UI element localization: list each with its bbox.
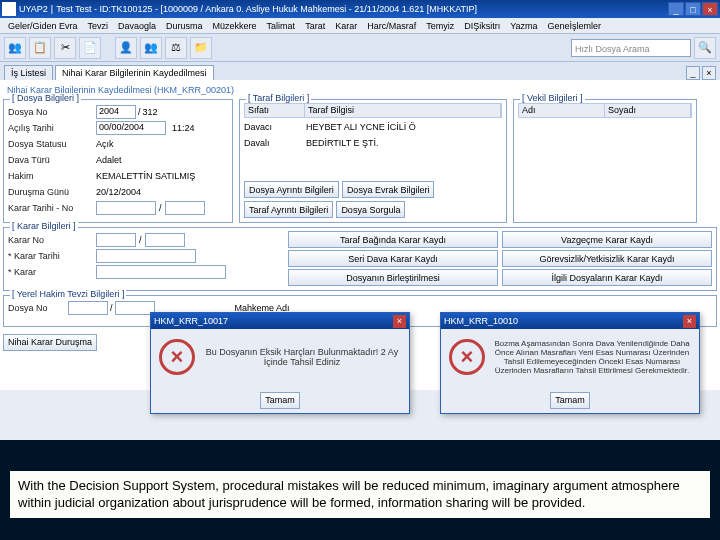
file-no-seq: 312	[143, 107, 228, 117]
toolbar-button[interactable]: ✂	[54, 37, 76, 59]
attorney-table-header: Adı Soyadı	[518, 103, 692, 118]
ok-button[interactable]: Tamam	[550, 392, 590, 409]
warning-dialog-2: HKM_KRR_10010× ×Bozma Aşamasından Sonra …	[440, 312, 700, 414]
merge-files-button[interactable]: Dosyanın Birleştirilmesi	[288, 269, 498, 286]
decision-no-field[interactable]	[96, 233, 136, 247]
menu-item[interactable]: Tevzi	[84, 21, 113, 31]
menu-item[interactable]: Yazma	[506, 21, 541, 31]
file-info-fieldset: [ Dosya Bilgileri ] Dosya No 2004 / 312 …	[3, 99, 233, 223]
decision-date-input[interactable]	[96, 201, 156, 215]
tab-work-list[interactable]: İş Listesi	[4, 65, 53, 80]
decision-no-field2[interactable]	[145, 233, 185, 247]
menu-item[interactable]: Geler/Giden Evra	[4, 21, 82, 31]
app-window: UYAP2 | Test Test - ID:TK100125 - [10000…	[0, 0, 720, 540]
menu-item[interactable]: Harc/Masraf	[363, 21, 420, 31]
court-name-label: Mahkeme Adı	[235, 303, 290, 313]
party-name: HEYBET ALI YCNE İCİLİ Ö	[306, 122, 502, 132]
tab-min-button[interactable]: _	[686, 66, 700, 80]
quick-search-input[interactable]: Hızlı Dosya Arama	[571, 39, 691, 57]
error-icon: ×	[449, 339, 485, 375]
incompetence-button[interactable]: Görevsizlik/Yetkisizlik Karar Kaydı	[502, 250, 712, 267]
toolbar-button[interactable]: 📋	[29, 37, 51, 59]
decision-date-no-label: Karar Tarihi - No	[8, 203, 96, 213]
file-docs-button[interactable]: Dosya Evrak Bilgileri	[342, 181, 435, 198]
party-role: Davacı	[244, 122, 306, 132]
file-no-year[interactable]: 2004	[96, 105, 136, 119]
decision-fieldset: [ Karar Bilgileri ] Karar No/ * Karar Ta…	[3, 227, 717, 291]
toolbar-button[interactable]: 📄	[79, 37, 101, 59]
window-title: Test Test - ID:TK100125 - [1000009 / Ank…	[56, 4, 668, 14]
toolbar-button[interactable]: 👤	[115, 37, 137, 59]
legend: [ Vekil Bilgileri ]	[520, 93, 585, 103]
party-name: BEDİRTILT E ŞTİ.	[306, 138, 502, 148]
minimize-button[interactable]: _	[668, 2, 684, 16]
search-button[interactable]: 🔍	[694, 37, 716, 59]
judge-value: KEMALETTİN SATILMIŞ	[96, 171, 228, 181]
open-time: 11:24	[172, 123, 228, 133]
hearing-date-value: 20/12/2004	[96, 187, 228, 197]
dialog-title: HKM_KRR_10017	[154, 316, 228, 326]
decision-label: * Karar	[8, 267, 96, 277]
col-name: Adı	[519, 104, 605, 117]
menu-item[interactable]: Tarat	[301, 21, 329, 31]
decision-select[interactable]	[96, 265, 226, 279]
status-value: Açık	[96, 139, 228, 149]
tevzi-file-no-1[interactable]	[68, 301, 108, 315]
related-files-button[interactable]: İlgili Dosyaların Karar Kaydı	[502, 269, 712, 286]
dialog-close-button[interactable]: ×	[683, 315, 696, 328]
status-label: Dosya Statusu	[8, 139, 96, 149]
tab-final-decision[interactable]: Nihai Karar Bilgilerinin Kaydedilmesi	[55, 65, 214, 80]
titlebar: UYAP2 | Test Test - ID:TK100125 - [10000…	[0, 0, 720, 18]
menu-item[interactable]: Temyiz	[422, 21, 458, 31]
decision-date-field[interactable]	[96, 249, 196, 263]
error-icon: ×	[159, 339, 195, 375]
hearing-date-label: Duruşma Günü	[8, 187, 96, 197]
maximize-button[interactable]: □	[685, 2, 701, 16]
menu-item[interactable]: DIŞiksitrı	[460, 21, 504, 31]
dialog-message: Bozma Aşamasından Sonra Dava Yenilendiği…	[493, 339, 691, 375]
col-role: Sıfatı	[245, 104, 305, 117]
file-detail-button[interactable]: Dosya Ayrıntı Bilgileri	[244, 181, 339, 198]
caption-text: With the Decision Support System, proced…	[10, 471, 710, 518]
menu-item[interactable]: Davaogla	[114, 21, 160, 31]
toolbar: 👥 📋 ✂ 📄 👤 👥 ⚖ 📁 Hızlı Dosya Arama 🔍	[0, 34, 720, 62]
app-icon	[2, 2, 16, 16]
withdraw-decision-button[interactable]: Vazgeçme Karar Kaydı	[502, 231, 712, 248]
party-table-header: Sıfatı Taraf Bilgisi	[244, 103, 502, 118]
dialog-message: Bu Dosyanın Eksik Harçları Bulunmaktadır…	[203, 347, 401, 367]
menu-item[interactable]: Müzekkere	[209, 21, 261, 31]
party-decision-button[interactable]: Taraf Bağında Karar Kaydı	[288, 231, 498, 248]
tevzi-file-no-2[interactable]	[115, 301, 155, 315]
warning-dialog-1: HKM_KRR_10017× ×Bu Dosyanın Eksik Harçla…	[150, 312, 410, 414]
content-area: Nihai Karar Bilgilerinin Kaydedilmesi (H…	[0, 80, 720, 390]
toolbar-button[interactable]: 👥	[140, 37, 162, 59]
dialog-close-button[interactable]: ×	[393, 315, 406, 328]
serial-case-button[interactable]: Seri Dava Karar Kaydı	[288, 250, 498, 267]
file-query-button[interactable]: Dosya Sorgula	[336, 201, 405, 218]
party-detail-button[interactable]: Taraf Ayrıntı Bilgileri	[244, 201, 333, 218]
toolbar-button[interactable]: 👥	[4, 37, 26, 59]
menu-item[interactable]: Karar	[331, 21, 361, 31]
tevzi-file-no-label: Dosya No	[8, 303, 68, 313]
open-date-label: Açılış Tarihi	[8, 123, 96, 133]
menubar: Geler/Giden Evra Tevzi Davaogla Durusma …	[0, 18, 720, 34]
case-type-label: Dava Türü	[8, 155, 96, 165]
menu-item[interactable]: Durusma	[162, 21, 207, 31]
final-decision-hearing-button[interactable]: Nihai Karar Duruşma	[3, 334, 97, 351]
col-surname: Soyadı	[605, 104, 691, 117]
close-button[interactable]: ×	[702, 2, 718, 16]
menu-item[interactable]: Talimat	[263, 21, 300, 31]
toolbar-button[interactable]: 📁	[190, 37, 212, 59]
panel-title: Nihai Karar Bilgilerinin Kaydedilmesi (H…	[7, 85, 717, 95]
judge-label: Hakim	[8, 171, 96, 181]
tab-close-button[interactable]: ×	[702, 66, 716, 80]
party-info-fieldset: [ Taraf Bilgileri ] Sıfatı Taraf Bilgisi…	[239, 99, 507, 223]
menu-item[interactable]: Geneİşlemler	[544, 21, 606, 31]
attorney-fieldset: [ Vekil Bilgileri ] Adı Soyadı	[513, 99, 697, 223]
decision-no-input[interactable]	[165, 201, 205, 215]
file-no-label: Dosya No	[8, 107, 96, 117]
decision-no-label: Karar No	[8, 235, 96, 245]
toolbar-button[interactable]: ⚖	[165, 37, 187, 59]
ok-button[interactable]: Tamam	[260, 392, 300, 409]
open-date-input[interactable]: 00/00/2004	[96, 121, 166, 135]
